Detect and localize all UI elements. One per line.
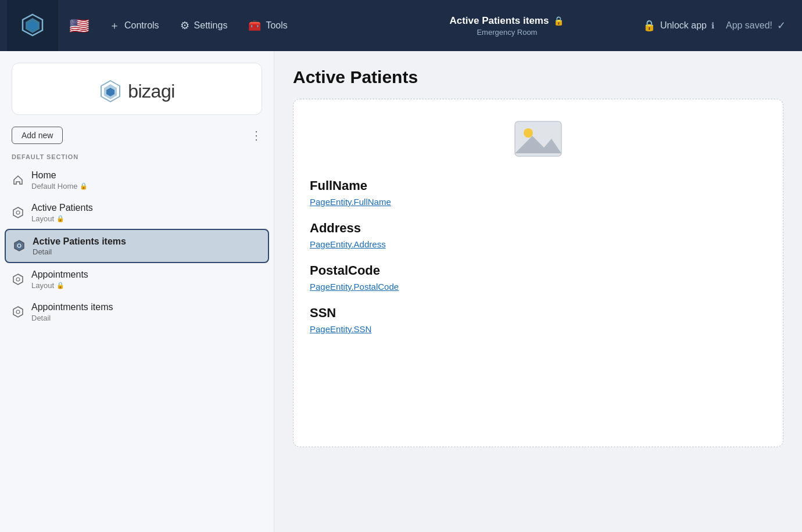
postalcode-label: PostalCode (310, 263, 767, 278)
settings-button[interactable]: ⚙ Settings (171, 15, 237, 37)
address-value[interactable]: PageEntity.Address (310, 239, 767, 249)
home-title: Home (31, 170, 88, 182)
svg-point-13 (16, 310, 20, 314)
active-patients-subtitle: Layout 🔒 (31, 214, 93, 223)
ssn-value[interactable]: PageEntity.SSN (310, 324, 767, 334)
appointments-icon (12, 273, 24, 286)
unlock-label: Unlock app (660, 20, 707, 31)
more-options-icon[interactable]: ⋮ (250, 128, 262, 142)
sidebar-item-appointments-items-text: Appointments items Detail (31, 301, 113, 322)
image-placeholder (310, 116, 767, 162)
svg-marker-8 (15, 240, 24, 251)
postalcode-value[interactable]: PageEntity.PostalCode (310, 282, 767, 292)
appointments-items-subtitle: Detail (31, 314, 113, 322)
sidebar-logo-area: bizagi (12, 63, 262, 115)
bizagi-logo: bizagi (99, 80, 175, 103)
center-title-area: Active Patients items 🔒 (449, 15, 564, 27)
home-subtitle: Default Home 🔒 (31, 182, 88, 190)
gear-icon: ⚙ (180, 19, 189, 32)
sidebar-item-active-patients[interactable]: Active Patients Layout 🔒 (0, 196, 274, 229)
svg-point-15 (524, 128, 533, 138)
us-flag-icon: 🇺🇸 (69, 16, 89, 35)
bizagi-hex-icon (20, 13, 45, 38)
page-title: Active Patients (293, 67, 783, 87)
svg-point-7 (16, 211, 20, 214)
center-subtitle: Emergency Room (477, 28, 537, 37)
bizagi-logo-text: bizagi (128, 81, 175, 102)
topnav-right: 🔒 Unlock app ℹ App saved! ✓ (643, 19, 795, 32)
active-patients-items-title: Active Patients items (33, 236, 126, 248)
tools-label: Tools (266, 20, 287, 31)
unlock-app-button[interactable]: 🔒 Unlock app ℹ (643, 19, 714, 32)
svg-point-11 (16, 278, 20, 281)
app-saved-label: App saved! (726, 20, 772, 31)
lock-outline-icon: 🔒 (643, 19, 656, 32)
controls-label: Controls (124, 20, 159, 31)
appointments-title: Appointments (31, 269, 88, 281)
plus-icon: ＋ (109, 19, 120, 33)
sidebar-item-home[interactable]: Home Default Home 🔒 (0, 164, 274, 196)
field-address: Address PageEntity.Address (310, 221, 767, 249)
image-placeholder-icon (512, 116, 564, 162)
active-patients-items-icon (13, 239, 26, 252)
active-patients-lock-icon: 🔒 (56, 215, 65, 222)
sidebar-item-home-text: Home Default Home 🔒 (31, 170, 88, 190)
svg-marker-12 (13, 307, 23, 317)
active-patients-icon (12, 206, 24, 219)
content-card: FullName PageEntity.FullName Address Pag… (293, 99, 783, 447)
lock-icon: 🔒 (553, 16, 564, 26)
bizagi-logo-icon (99, 80, 122, 103)
sidebar-item-appointments-items[interactable]: Appointments items Detail (0, 296, 274, 328)
main-layout: bizagi Add new ⋮ DEFAULT SECTION Home De… (0, 51, 802, 532)
appointments-lock-icon: 🔒 (56, 282, 65, 289)
flag-area[interactable]: 🇺🇸 (58, 0, 100, 51)
topnav: 🇺🇸 ＋ Controls ⚙ Settings 🧰 Tools Active … (0, 0, 802, 51)
add-new-button[interactable]: Add new (12, 127, 63, 144)
active-patients-items-subtitle: Detail (33, 247, 126, 256)
sidebar-item-active-patients-items-text: Active Patients items Detail (33, 236, 126, 257)
sidebar-item-active-patients-text: Active Patients Layout 🔒 (31, 202, 93, 223)
tools-icon: 🧰 (248, 19, 261, 32)
appointments-items-icon (12, 305, 24, 318)
fullname-value[interactable]: PageEntity.FullName (310, 197, 767, 207)
field-fullname: FullName PageEntity.FullName (310, 178, 767, 207)
home-lock-icon: 🔒 (80, 182, 88, 190)
sidebar-toolbar: Add new ⋮ (0, 115, 274, 149)
appointments-items-title: Appointments items (31, 301, 113, 314)
field-postalcode: PostalCode PageEntity.PostalCode (310, 263, 767, 292)
home-icon (12, 174, 24, 186)
center-title: Active Patients items (449, 15, 549, 27)
app-saved-status: App saved! ✓ (726, 19, 786, 32)
settings-label: Settings (194, 20, 228, 31)
info-icon: ℹ (711, 21, 714, 30)
sidebar-item-appointments[interactable]: Appointments Layout 🔒 (0, 263, 274, 296)
appointments-subtitle: Layout 🔒 (31, 281, 88, 290)
sidebar-item-active-patients-items[interactable]: Active Patients items Detail (5, 229, 269, 264)
field-ssn: SSN PageEntity.SSN (310, 305, 767, 334)
controls-button[interactable]: ＋ Controls (100, 14, 169, 37)
sidebar: bizagi Add new ⋮ DEFAULT SECTION Home De… (0, 51, 274, 532)
topnav-actions: ＋ Controls ⚙ Settings 🧰 Tools (100, 14, 371, 37)
fullname-label: FullName (310, 178, 767, 193)
svg-marker-10 (13, 274, 23, 285)
sidebar-item-appointments-text: Appointments Layout 🔒 (31, 269, 88, 290)
check-icon: ✓ (777, 19, 786, 32)
ssn-label: SSN (310, 305, 767, 321)
svg-marker-6 (13, 207, 23, 218)
address-label: Address (310, 221, 767, 236)
logo-area (7, 0, 58, 51)
section-label: DEFAULT SECTION (0, 149, 274, 164)
topnav-center: Active Patients items 🔒 Emergency Room (371, 15, 643, 37)
content-area: Active Patients FullName PageEntity.Full… (274, 51, 802, 532)
active-patients-title: Active Patients (31, 202, 93, 214)
tools-button[interactable]: 🧰 Tools (239, 15, 296, 37)
